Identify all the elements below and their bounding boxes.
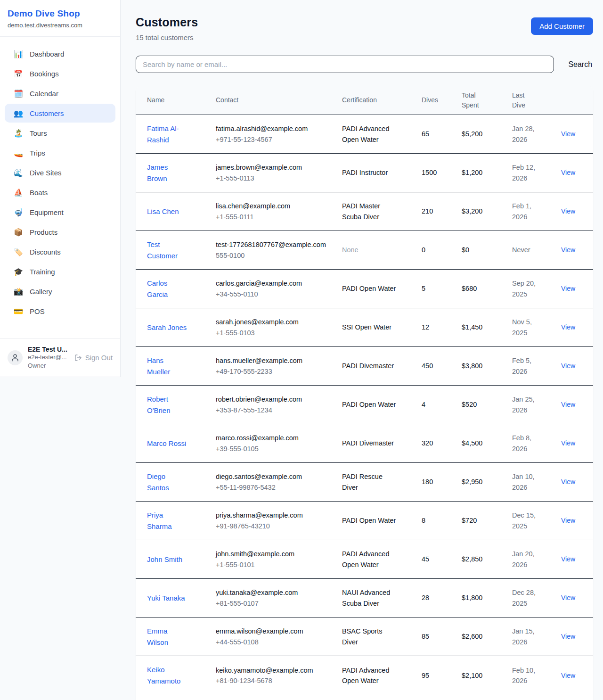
customer-name-link[interactable]: Priya Sharma	[147, 510, 187, 532]
sign-out-button[interactable]: Sign Out	[74, 354, 113, 362]
customer-certification: SSI Open Water	[342, 322, 422, 332]
table-row: Priya Sharma priya.sharma@example.com +9…	[136, 502, 593, 540]
column-header-dives: Dives	[422, 95, 462, 105]
customers-icon: 👥	[13, 109, 24, 118]
view-link[interactable]: View	[561, 672, 575, 679]
customer-email: emma.wilson@example.com	[216, 626, 335, 636]
add-customer-button[interactable]: Add Customer	[531, 17, 593, 35]
sidebar-item-trips[interactable]: 🚤 Trips	[5, 143, 115, 162]
discounts-icon: 🏷️	[13, 247, 24, 256]
customer-name-link[interactable]: John Smith	[147, 554, 182, 565]
search-input[interactable]	[136, 56, 554, 73]
customer-name-link[interactable]: Hans Mueller	[147, 355, 187, 378]
customer-email: robert.obrien@example.com	[216, 394, 335, 404]
column-header-last-dive: Last Dive	[512, 91, 561, 110]
table-row: Fatima Al-Rashid fatima.alrashid@example…	[136, 115, 593, 154]
sidebar-item-label: Equipment	[30, 208, 64, 216]
customer-last-dive: Feb 10, 2026	[512, 665, 561, 686]
customer-name-link[interactable]: Sarah Jones	[147, 322, 187, 333]
customer-last-dive: Feb 1, 2026	[512, 201, 561, 222]
sidebar-item-dive-sites[interactable]: 🌊 Dive Sites	[5, 163, 115, 182]
customer-phone: +49-170-555-2233	[216, 366, 335, 377]
user-icon	[11, 354, 19, 362]
sidebar-item-label: Tours	[30, 129, 47, 137]
boats-icon: ⛵	[13, 188, 24, 197]
search-button[interactable]: Search	[567, 58, 593, 72]
view-link[interactable]: View	[561, 439, 575, 447]
sidebar-item-calendar[interactable]: 🗓️ Calendar	[5, 84, 115, 103]
customer-email: hans.mueller@example.com	[216, 355, 335, 366]
sidebar-item-tours[interactable]: 🏝️ Tours	[5, 124, 115, 142]
customer-name-link[interactable]: Test Customer	[147, 239, 187, 262]
customer-total-spent: $0	[462, 245, 512, 255]
customer-total-spent: $1,450	[462, 322, 512, 332]
sidebar-item-customers[interactable]: 👥 Customers	[5, 104, 115, 123]
customer-phone: +34-555-0110	[216, 289, 335, 299]
table-header-row: Name Contact Certification Dives Total S…	[136, 86, 593, 115]
view-link[interactable]: View	[561, 478, 575, 486]
sidebar-item-dashboard[interactable]: 📊 Dashboard	[5, 44, 115, 63]
customer-total-spent: $1,800	[462, 593, 512, 603]
customer-certification: PADI Advanced Open Water	[342, 549, 422, 570]
sidebar-item-equipment[interactable]: 🤿 Equipment	[5, 203, 115, 222]
view-link[interactable]: View	[561, 207, 575, 215]
sidebar-item-products[interactable]: 📦 Products	[5, 222, 115, 241]
sidebar-item-bookings[interactable]: 📅 Bookings	[5, 64, 115, 83]
customer-name-link[interactable]: Robert O'Brien	[147, 394, 187, 416]
customer-total-spent: $4,500	[462, 438, 512, 448]
customer-dives: 5	[422, 283, 462, 294]
customer-phone: +1-555-0101	[216, 560, 335, 570]
view-link[interactable]: View	[561, 555, 575, 563]
table-row: John Smith john.smith@example.com +1-555…	[136, 540, 593, 579]
customer-certification: PADI Advanced Open Water	[342, 665, 422, 686]
sidebar-item-gallery[interactable]: 📸 Gallery	[5, 282, 115, 301]
customer-name-link[interactable]: Fatima Al-Rashid	[147, 123, 187, 146]
sidebar-item-label: Dive Sites	[30, 169, 62, 177]
table-row: Emma Wilson emma.wilson@example.com +44-…	[136, 618, 593, 656]
customer-dives: 320	[422, 438, 462, 448]
gallery-icon: 📸	[13, 287, 24, 296]
customer-name-link[interactable]: Carlos Garcia	[147, 278, 187, 300]
sidebar-item-label: Calendar	[30, 90, 58, 98]
customer-name-link[interactable]: Yuki Tanaka	[147, 593, 185, 604]
customer-name-link[interactable]: Emma Wilson	[147, 626, 187, 648]
sidebar-item-boats[interactable]: ⛵ Boats	[5, 183, 115, 202]
customer-email: carlos.garcia@example.com	[216, 278, 335, 288]
sidebar-item-training[interactable]: 🎓 Training	[5, 262, 115, 281]
view-link[interactable]: View	[561, 362, 575, 370]
customer-email: lisa.chen@example.com	[216, 201, 335, 211]
view-link[interactable]: View	[561, 517, 575, 524]
main-content: Customers 15 total customers Add Custome…	[121, 0, 603, 700]
customer-phone: +81-555-0107	[216, 598, 335, 609]
customer-dives: 85	[422, 631, 462, 642]
view-link[interactable]: View	[561, 169, 575, 176]
customer-name-link[interactable]: Marco Rossi	[147, 438, 186, 449]
view-link[interactable]: View	[561, 130, 575, 138]
customer-name-link[interactable]: James Brown	[147, 162, 187, 184]
sidebar-item-pos[interactable]: 💳 POS	[5, 302, 115, 321]
view-link[interactable]: View	[561, 285, 575, 292]
trips-icon: 🚤	[13, 148, 24, 157]
view-link[interactable]: View	[561, 246, 575, 254]
customer-phone: +39-555-0105	[216, 444, 335, 454]
customer-name-link[interactable]: Keiko Yamamoto	[147, 664, 187, 687]
view-link[interactable]: View	[561, 401, 575, 408]
view-link[interactable]: View	[561, 594, 575, 601]
customer-phone: 555-0100	[216, 250, 335, 261]
customer-name-link[interactable]: Lisa Chen	[147, 206, 179, 217]
customer-email: john.smith@example.com	[216, 549, 335, 559]
sidebar-item-discounts[interactable]: 🏷️ Discounts	[5, 242, 115, 261]
user-info: E2E Test U... e2e-tester@... Owner	[28, 346, 69, 370]
shop-domain: demo.test.divestreams.com	[8, 22, 113, 29]
calendar-icon: 🗓️	[13, 89, 24, 98]
view-link[interactable]: View	[561, 323, 575, 331]
customer-last-dive: Jan 20, 2026	[512, 549, 561, 570]
view-link[interactable]: View	[561, 633, 575, 640]
customer-name-link[interactable]: Diego Santos	[147, 471, 187, 494]
customer-phone: +55-11-99876-5432	[216, 482, 335, 493]
sign-out-label: Sign Out	[85, 354, 113, 362]
customer-last-dive: Nov 5, 2025	[512, 317, 561, 338]
customer-dives: 180	[422, 477, 462, 487]
customer-dives: 8	[422, 515, 462, 526]
customer-certification: PADI Open Water	[342, 399, 422, 410]
